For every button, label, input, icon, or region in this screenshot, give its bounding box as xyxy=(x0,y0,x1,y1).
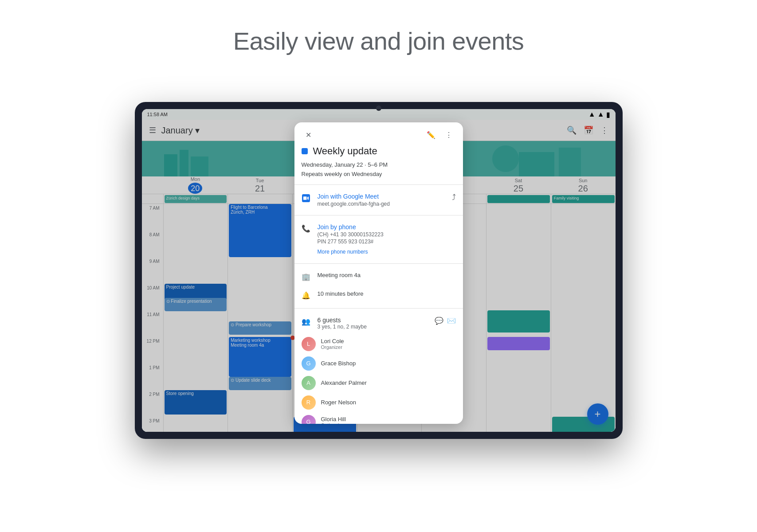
dialog-toolbar: ✕ ✏️ ⋮ xyxy=(294,122,463,145)
guests-action-icons: 💬 ✉️ xyxy=(435,317,456,325)
guest-avatar-roger: R xyxy=(302,395,316,410)
guest-grace[interactable]: G Grace Bishop xyxy=(294,354,463,373)
phone-pin: PIN 277 555 923 0123# xyxy=(318,239,456,245)
location-text: Meeting room 4a xyxy=(318,272,456,278)
guest-alex[interactable]: A Alexander Palmer xyxy=(294,373,463,393)
guest-roger[interactable]: R Roger Nelson xyxy=(294,393,463,412)
event-title-row: Weekly update xyxy=(294,145,463,160)
guest-lori[interactable]: L Lori Cole Organizer xyxy=(294,334,463,354)
event-dialog: ✕ ✏️ ⋮ Weekly update Wednesday, January … xyxy=(294,122,463,424)
more-phone-link[interactable]: More phone numbers xyxy=(318,247,456,255)
guest-avatar-gloria: G xyxy=(302,415,316,424)
guest-name-roger: Roger Nelson xyxy=(321,399,357,406)
guest-avatar-alex: A xyxy=(302,376,316,390)
event-color-indicator xyxy=(302,148,308,154)
phone-number: (CH) +41 30 300001532223 xyxy=(318,231,456,238)
tablet-wrapper: 11:58 AM ▲ ▲ ▮ ☰ January ▾ 🔍 📅 ⋮ xyxy=(135,102,623,439)
bell-icon: 🔔 xyxy=(302,291,310,300)
guest-role-gloria: Optional xyxy=(321,422,346,424)
event-date: Wednesday, January 22 · 5–6 PM xyxy=(302,160,456,170)
guest-info-grace: Grace Bishop xyxy=(321,360,356,367)
email-icon[interactable]: ✉️ xyxy=(447,317,456,325)
guest-info-gloria: Gloria Hill Optional xyxy=(321,416,346,424)
guest-name-grace: Grace Bishop xyxy=(321,360,356,367)
guests-count: 6 guests xyxy=(318,317,428,324)
reminder-row: 🔔 10 minutes before xyxy=(294,286,463,305)
dialog-overlay: ✕ ✏️ ⋮ Weekly update Wednesday, January … xyxy=(142,109,616,432)
edit-button[interactable]: ✏️ xyxy=(424,128,438,142)
meet-join-link[interactable]: Join with Google Meet xyxy=(318,193,445,200)
reminder-text: 10 minutes before xyxy=(318,290,456,297)
location-content: Meeting room 4a xyxy=(318,272,456,278)
meet-row: Join with Google Meet meet.google.com/fa… xyxy=(294,188,463,211)
guest-avatar-grace: G xyxy=(302,356,316,371)
close-button[interactable]: ✕ xyxy=(302,128,316,142)
tablet-screen: 11:58 AM ▲ ▲ ▮ ☰ January ▾ 🔍 📅 ⋮ xyxy=(142,109,616,432)
divider-4 xyxy=(294,308,463,309)
divider-2 xyxy=(294,215,463,215)
guest-gloria[interactable]: G Gloria Hill Optional xyxy=(294,412,463,424)
guest-name-gloria: Gloria Hill xyxy=(321,416,346,422)
svg-rect-8 xyxy=(303,196,307,200)
divider-3 xyxy=(294,263,463,264)
guest-info-alex: Alexander Palmer xyxy=(321,379,367,386)
guest-name-lori: Lori Cole xyxy=(321,338,344,344)
phone-join-link[interactable]: Join by phone xyxy=(318,223,456,231)
share-button[interactable]: ⤴ xyxy=(452,193,456,202)
event-recurrence: Repeats weekly on Wednesday xyxy=(302,170,456,179)
page-heading: Easily view and join events xyxy=(0,0,757,73)
guests-row: 👥 6 guests 3 yes, 1 no, 2 maybe 💬 ✉️ xyxy=(294,312,463,334)
phone-content: Join by phone (CH) +41 30 300001532223 P… xyxy=(318,223,456,255)
guests-summary: 3 yes, 1 no, 2 maybe xyxy=(318,324,428,330)
guest-info-roger: Roger Nelson xyxy=(321,399,357,406)
phone-row: 📞 Join by phone (CH) +41 30 300001532223… xyxy=(294,219,463,260)
guest-info-lori: Lori Cole Organizer xyxy=(321,338,344,350)
event-title: Weekly update xyxy=(313,145,377,157)
more-options-button[interactable]: ⋮ xyxy=(442,128,456,142)
meet-icon xyxy=(302,194,310,203)
meet-url: meet.google.com/fae-fgha-ged xyxy=(318,201,445,207)
tablet-frame: 11:58 AM ▲ ▲ ▮ ☰ January ▾ 🔍 📅 ⋮ xyxy=(135,102,623,439)
divider-1 xyxy=(294,184,463,185)
reminder-content: 10 minutes before xyxy=(318,290,456,297)
guest-avatar-lori: L xyxy=(302,337,316,351)
phone-icon: 📞 xyxy=(302,224,310,233)
guest-role-lori: Organizer xyxy=(321,344,344,350)
location-icon: 🏢 xyxy=(302,273,310,282)
guests-icon: 👥 xyxy=(302,317,310,326)
guest-name-alex: Alexander Palmer xyxy=(321,379,367,386)
meet-content: Join with Google Meet meet.google.com/fa… xyxy=(318,193,445,207)
chat-icon[interactable]: 💬 xyxy=(435,317,443,325)
guests-header-content: 6 guests 3 yes, 1 no, 2 maybe xyxy=(318,317,428,330)
event-datetime: Wednesday, January 22 · 5–6 PM Repeats w… xyxy=(294,160,463,181)
location-row: 🏢 Meeting room 4a xyxy=(294,267,463,286)
